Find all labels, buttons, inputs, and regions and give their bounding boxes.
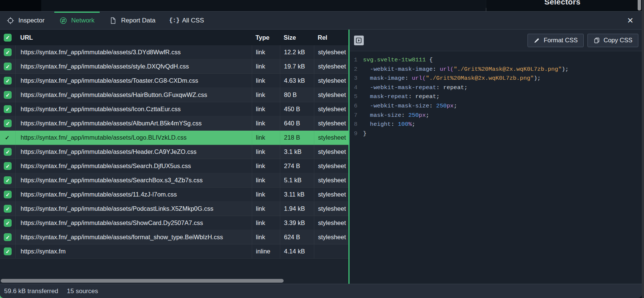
table-row[interactable]: ✓https://syntax.fm/_app/immutable/assets… (0, 173, 348, 188)
tab-all-css[interactable]: {:}All CSS (170, 12, 204, 29)
row-checkbox[interactable]: ✓ (4, 148, 12, 156)
code-token: -webkit-mask-size (370, 101, 429, 111)
page-scrollbar-thumb[interactable] (638, 0, 641, 10)
table-row[interactable]: ✓https://syntax.fm/_app/immutable/assets… (0, 216, 348, 230)
code-token: 250 (436, 101, 447, 111)
row-url: https://syntax.fm/_app/immutable/assets/… (16, 60, 252, 73)
panel-expand-icon[interactable] (354, 36, 364, 45)
row-rel: stylesheet (314, 102, 348, 116)
tab-report-data[interactable]: Report Data (109, 12, 155, 29)
code-token: "./Grit%20Mask@2x.wqK0L7zb.png" (426, 74, 533, 83)
code-line: 9} (352, 129, 642, 139)
row-checkbox[interactable]: ✓ (4, 176, 12, 184)
row-url: https://syntax.fm/_app/immutable/assets/… (16, 88, 252, 102)
table-row[interactable]: ✓https://syntax.fm/_app/immutable/assets… (0, 60, 348, 74)
row-rel: stylesheet (314, 202, 348, 216)
row-checkbox[interactable]: ✓ (4, 205, 12, 213)
column-header-rel: Rel (314, 34, 348, 41)
row-checkbox[interactable]: ✓ (4, 63, 12, 70)
row-type: inline (252, 244, 280, 258)
row-url: https://syntax.fm/_app/immutable/assets/… (16, 188, 252, 201)
row-type: link (252, 216, 280, 230)
code-token: ; (426, 111, 429, 120)
check-icon[interactable]: ✓ (5, 134, 10, 141)
code-token: ; (436, 92, 439, 101)
code-token: } (363, 129, 366, 139)
row-type: link (252, 145, 280, 159)
table-row[interactable]: ✓https://syntax.fm/_app/immutable/assets… (0, 74, 348, 88)
row-checkbox[interactable]: ✓ (4, 48, 12, 56)
document-icon (109, 17, 117, 24)
row-checkbox-cell: ✓ (0, 60, 16, 73)
table-row[interactable]: ✓https://syntax.fm/_app/immutable/assets… (0, 45, 348, 60)
row-checkbox-cell: ✓ (0, 74, 16, 88)
row-checkbox[interactable]: ✓ (4, 105, 12, 113)
code-token: -webkit-mask-repeat (370, 83, 436, 92)
table-row[interactable]: ✓https://syntax.fm/_app/immutable/assets… (0, 88, 348, 102)
row-checkbox-cell: ✓ (0, 116, 16, 130)
table-row[interactable]: ✓https://syntax.fm/_app/immutable/assets… (0, 188, 348, 202)
code-token (363, 83, 370, 92)
header-checkbox[interactable]: ✓ (4, 34, 12, 42)
code-line: 8 height: 100%; (352, 120, 642, 129)
row-checkbox[interactable]: ✓ (4, 247, 12, 255)
code-line: 3 mask-image: url("./Grit%20Mask@2x.wqK0… (352, 74, 642, 83)
row-size: 19.7 kB (280, 60, 314, 73)
row-size: 640 B (280, 116, 314, 130)
table-row[interactable]: ✓https://syntax.fm/_app/immutable/assets… (0, 102, 348, 116)
row-checkbox[interactable]: ✓ (4, 119, 12, 127)
code-token: svg.svelte-1tw8111 (363, 55, 426, 65)
row-size: 3.39 kB (280, 216, 314, 230)
format-css-button[interactable]: Format CSS (527, 34, 584, 47)
line-number: 5 (352, 92, 357, 101)
tab-bar: InspectorNetworkReport Data{:}All CSS✕ (0, 12, 642, 30)
table-row[interactable]: ✓https://syntax.fm/_app/immutable/assets… (0, 230, 348, 244)
row-size: 274 B (280, 159, 314, 173)
row-checkbox[interactable]: ✓ (4, 77, 12, 85)
table-row[interactable]: ✓https://syntax.fm/_app/immutable/assets… (0, 159, 348, 173)
row-checkbox[interactable]: ✓ (4, 91, 12, 99)
table-row[interactable]: ✓https://syntax.fm/_app/immutable/assets… (0, 202, 348, 216)
horizontal-scrollbar-thumb[interactable] (1, 279, 284, 283)
code-token: px (447, 101, 454, 111)
code-line: 4 -webkit-mask-repeat: repeat; (352, 83, 642, 92)
network-table: ✓https://syntax.fm/_app/immutable/assets… (0, 45, 348, 259)
row-rel: stylesheet (314, 88, 348, 102)
code-token: height (370, 120, 391, 129)
code-token: url( (440, 65, 454, 74)
tab-network[interactable]: Network (60, 12, 94, 29)
close-icon[interactable]: ✕ (625, 16, 635, 25)
code-line: 7 mask-size: 250px; (352, 111, 642, 120)
screen: Selectors InspectorNetworkReport Data{:}… (0, 0, 644, 298)
tab-label: Network (71, 17, 94, 24)
window-right-edge (642, 0, 644, 298)
table-row[interactable]: ✓https://syntax.fm/_app/immutable/assets… (0, 131, 348, 145)
main-split: ✓ URL Type Size Rel ✓https://syntax.fm/_… (0, 30, 642, 284)
css-viewer-panel: Format CSSCopy CSS 1svg.svelte-1tw8111 {… (350, 30, 642, 284)
code-token: : (405, 74, 412, 83)
row-type: link (252, 131, 280, 145)
row-size: 4.63 kB (280, 74, 314, 88)
row-checkbox[interactable]: ✓ (4, 233, 12, 241)
copy-css-button[interactable]: Copy CSS (587, 34, 638, 47)
tab-inspector[interactable]: Inspector (7, 12, 45, 29)
code-token: : (408, 92, 415, 101)
code-token: 250 (408, 111, 419, 120)
row-checkbox[interactable]: ✓ (4, 162, 12, 170)
tab-label: All CSS (182, 17, 204, 24)
row-type: link (252, 230, 280, 244)
table-row[interactable]: ✓https://syntax.fm/_app/immutable/assets… (0, 116, 348, 131)
button-label: Copy CSS (604, 37, 632, 44)
table-row[interactable]: ✓https://syntax.fm/_app/immutable/assets… (0, 145, 348, 159)
line-number: 7 (352, 111, 357, 120)
row-checkbox[interactable]: ✓ (4, 191, 12, 198)
code-token: : (401, 111, 408, 120)
code-token (363, 92, 370, 101)
row-size: 624 B (280, 230, 314, 244)
line-number: 1 (352, 55, 357, 65)
row-checkbox[interactable]: ✓ (4, 219, 12, 227)
table-row[interactable]: ✓https://syntax.fminline4.14 kB (0, 244, 348, 259)
row-checkbox-cell: ✓ (0, 216, 16, 230)
code-token: { (426, 55, 433, 65)
row-rel: stylesheet (314, 216, 348, 230)
